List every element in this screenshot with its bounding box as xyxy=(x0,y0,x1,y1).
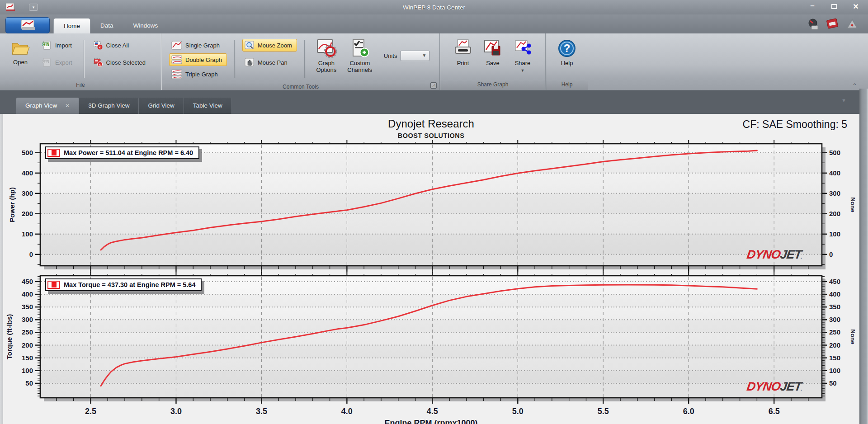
ribbon-group-file: Open CSV Import xyxy=(0,33,161,90)
close-selected-button[interactable]: x Close Selected xyxy=(91,56,151,69)
y-tick-label: 100 xyxy=(22,367,33,374)
single-graph-icon xyxy=(171,41,182,50)
share-icon xyxy=(513,39,533,58)
export-label: Export xyxy=(55,59,72,66)
mouse-pan-icon xyxy=(245,57,255,67)
help-label: Help xyxy=(561,60,573,66)
save-icon xyxy=(483,39,503,58)
x-tick-label: 4.0 xyxy=(341,407,353,416)
winpep-logo-icon xyxy=(19,19,37,31)
tab-list-dropdown-icon[interactable]: ▼ xyxy=(841,98,846,103)
export-csv-icon: CSV xyxy=(42,57,52,67)
group-label-help: Help xyxy=(546,80,588,90)
x-tick-label: 4.5 xyxy=(427,407,438,416)
mouse-zoom-label: Mouse Zoom xyxy=(258,42,292,49)
print-label: Print xyxy=(457,60,469,66)
print-button[interactable]: Print xyxy=(448,37,478,66)
view-tab-strip: Graph View ✕ 3D Graph View Grid View Tab… xyxy=(0,90,868,114)
y-tick-label: 400 xyxy=(22,169,33,177)
custom-channels-button[interactable]: Custom Channels xyxy=(343,37,377,73)
close-selected-label: Close Selected xyxy=(106,59,146,66)
close-all-button[interactable]: x Close All xyxy=(91,39,151,52)
x-tick-label: 3.5 xyxy=(256,407,267,416)
graph-options-button[interactable]: Graph Options xyxy=(310,37,343,73)
tab-graph-view[interactable]: Graph View ✕ xyxy=(16,98,79,114)
svg-text:x: x xyxy=(99,45,101,49)
ribbon: Open CSV Import xyxy=(0,33,868,90)
x-tick-label: 6.0 xyxy=(683,407,694,416)
ribbon-group-share-graph: Print Save xyxy=(440,33,545,90)
y-tick-label-right: 350 xyxy=(829,303,840,311)
import-button[interactable]: CSV Import xyxy=(40,39,77,52)
group-label-common-tools: Common Tools xyxy=(162,82,439,91)
mouse-zoom-icon xyxy=(245,40,255,50)
ribbon-tab-home[interactable]: Home xyxy=(53,18,90,33)
export-button[interactable]: CSV Export xyxy=(40,56,77,69)
share-label: Share xyxy=(515,60,531,66)
y-tick-label: 400 xyxy=(22,290,33,298)
mouse-zoom-button[interactable]: Mouse Zoom xyxy=(242,39,297,52)
power-legend-text: Max Power = 511.04 at Engine RPM = 6.40 xyxy=(64,149,193,156)
y-tick-label-right: 300 xyxy=(829,189,840,197)
triple-graph-button[interactable]: Triple Graph xyxy=(169,68,227,80)
ribbon-tab-windows[interactable]: Windows xyxy=(123,18,168,33)
power-legend[interactable]: Max Power = 511.04 at Engine RPM = 6.40 xyxy=(45,146,199,159)
minimize-button[interactable]: – xyxy=(807,2,818,12)
double-graph-button[interactable]: Double Graph xyxy=(169,53,227,66)
open-folder-icon xyxy=(10,39,30,57)
y-axis-title: Power (hp) xyxy=(8,187,16,222)
graph-options-icon xyxy=(316,39,337,58)
y-axis-title-right: None xyxy=(849,329,856,344)
y-tick-label: 300 xyxy=(22,316,33,323)
graph-view-panel: Dynojet Research BOOST SOLUTIONS CF: SAE… xyxy=(0,114,868,424)
y-tick-label: 200 xyxy=(22,210,33,217)
y-tick-label-right: 100 xyxy=(829,367,840,374)
dyno-module-icon[interactable] xyxy=(826,18,839,30)
y-tick-label: 150 xyxy=(22,354,33,362)
torque-chart: 5050100100150150200200250250300300350350… xyxy=(5,272,856,416)
y-tick-label-right: 0 xyxy=(829,250,833,258)
open-button[interactable]: Open xyxy=(4,37,37,66)
help-button[interactable]: ? Help xyxy=(550,37,584,66)
double-graph-label: Double Graph xyxy=(185,57,222,63)
application-menu-button[interactable] xyxy=(5,17,50,33)
tab-table-view[interactable]: Table View xyxy=(184,98,232,114)
y-tick-label: 0 xyxy=(29,250,33,258)
save-button[interactable]: Save xyxy=(478,37,508,66)
single-graph-button[interactable]: Single Graph xyxy=(169,39,227,52)
tab-graph-view-label: Graph View xyxy=(25,102,57,109)
torque-legend[interactable]: Max Torque = 437.30 at Engine RPM = 5.64 xyxy=(45,278,202,291)
close-button[interactable]: ✕ xyxy=(850,2,862,12)
chevron-down-icon: ▼ xyxy=(422,53,427,58)
y-tick-label: 250 xyxy=(22,328,33,336)
import-csv-icon: CSV xyxy=(42,40,52,50)
group-label-file: File xyxy=(0,80,161,90)
units-dropdown[interactable]: ▼ xyxy=(401,51,429,61)
maximize-button[interactable] xyxy=(828,2,840,12)
y-tick-label: 100 xyxy=(22,230,33,238)
share-button[interactable]: Share ▼ xyxy=(508,37,538,74)
tab-close-icon[interactable]: ✕ xyxy=(65,103,70,109)
single-graph-label: Single Graph xyxy=(185,42,220,49)
ribbon-tab-data[interactable]: Data xyxy=(90,18,123,33)
share-dropdown-icon[interactable]: ▼ xyxy=(521,67,525,74)
x-tick-label: 5.5 xyxy=(598,407,609,416)
gauge-icon[interactable] xyxy=(807,18,819,30)
mouse-pan-button[interactable]: Mouse Pan xyxy=(242,56,297,69)
mouse-pan-label: Mouse Pan xyxy=(258,59,288,66)
y-axis-title: Torque (ft-lbs) xyxy=(5,314,13,360)
scrollbar-gutter[interactable] xyxy=(859,89,868,424)
y-tick-label-right: 100 xyxy=(829,230,840,238)
y-tick-label-right: 400 xyxy=(829,169,840,177)
dyno-charts[interactable]: 00100100200200300300400400500500Power (h… xyxy=(0,114,868,424)
dialog-launcher-icon[interactable]: ◿ xyxy=(430,82,437,89)
title-bar: ▾ WinPEP 8 Data Center – ✕ xyxy=(0,0,868,14)
tab-3d-graph-view[interactable]: 3D Graph View xyxy=(79,98,139,114)
ribbon-collapse-icon[interactable]: ⌃ xyxy=(852,82,857,89)
warning-triangle-icon[interactable] xyxy=(846,18,858,30)
ribbon-tab-row: Home Data Windows xyxy=(0,14,868,33)
svg-text:CSV: CSV xyxy=(42,60,49,63)
winpep-window: ▾ WinPEP 8 Data Center – ✕ Home Data Win… xyxy=(0,0,868,424)
svg-text:?: ? xyxy=(564,42,571,54)
tab-grid-view[interactable]: Grid View xyxy=(139,98,184,114)
